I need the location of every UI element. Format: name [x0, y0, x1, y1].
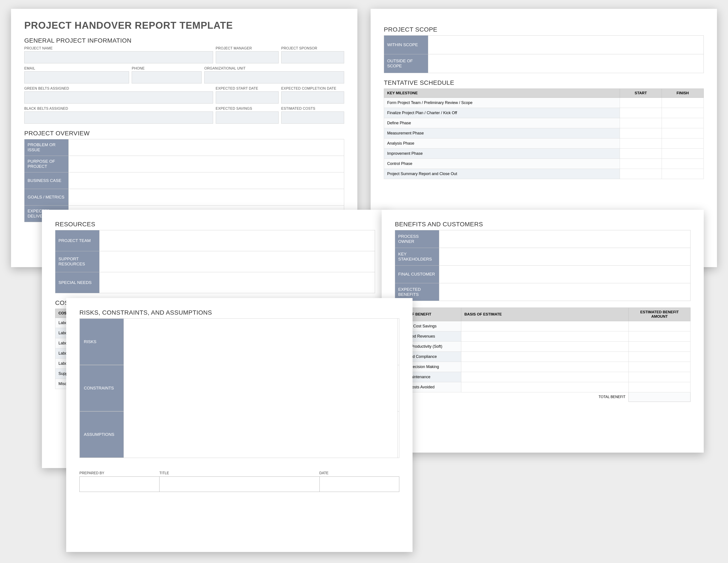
- schedule-finish[interactable]: [662, 98, 704, 108]
- resources-table: PROJECT TEAM SUPPORT RESOURCES SPECIAL N…: [55, 230, 375, 293]
- schedule-start[interactable]: [620, 98, 662, 108]
- benefit-basis-cell[interactable]: [461, 382, 629, 392]
- benefit-amount-cell[interactable]: [629, 382, 690, 392]
- page-4: BENEFITS AND CUSTOMERS PROCESS OWNER KEY…: [382, 210, 704, 453]
- risks-table: RISKS CONSTRAINTS ASSUMPTIONS: [79, 319, 399, 458]
- input-org-unit[interactable]: [204, 71, 344, 83]
- risks-row-value[interactable]: [398, 365, 399, 411]
- overview-row-value[interactable]: [69, 172, 344, 189]
- label-estimated-costs: ESTIMATED COSTS: [281, 107, 344, 111]
- section-overview: PROJECT OVERVIEW: [24, 130, 344, 137]
- label-org-unit: ORGANIZATIONAL UNIT: [204, 66, 344, 70]
- input-expected-savings[interactable]: [216, 111, 279, 124]
- benefit-amount-cell[interactable]: [629, 342, 690, 352]
- benefit-amount-cell[interactable]: [629, 332, 690, 342]
- benefits-table: PROCESS OWNER KEY STAKEHOLDERS FINAL CUS…: [395, 230, 690, 301]
- schedule-milestone: Form Project Team / Preliminary Review /…: [384, 98, 620, 108]
- schedule-start[interactable]: [620, 138, 662, 148]
- benefits-row-value[interactable]: [439, 248, 690, 265]
- overview-row-label: PURPOSE OF PROJECT: [24, 156, 69, 172]
- input-project-name[interactable]: [24, 51, 213, 63]
- risks-row-value[interactable]: [398, 319, 399, 365]
- scope-table: WITHIN SCOPE OUTSIDE OF SCOPE: [384, 35, 704, 73]
- schedule-finish[interactable]: [662, 108, 704, 118]
- sig-input-date[interactable]: [319, 477, 400, 492]
- label-black-belts: BLACK BELTS ASSIGNED: [24, 107, 213, 111]
- schedule-finish[interactable]: [662, 128, 704, 138]
- schedule-milestone: Measurement Phase: [384, 128, 620, 138]
- input-email[interactable]: [24, 71, 129, 83]
- overview-row-label: BUSINESS CASE: [24, 172, 69, 189]
- label-project-sponsor: PROJECT SPONSOR: [281, 46, 344, 50]
- input-project-manager[interactable]: [216, 51, 279, 63]
- scope-row-value[interactable]: [428, 54, 704, 73]
- input-black-belts[interactable]: [24, 111, 213, 124]
- main-title: PROJECT HANDOVER REPORT TEMPLATE: [24, 20, 344, 31]
- schedule-finish[interactable]: [662, 118, 704, 128]
- schedule-start[interactable]: [620, 148, 662, 159]
- overview-row-label: GOALS / METRICS: [24, 189, 69, 205]
- benefits-row-value[interactable]: [439, 283, 690, 301]
- schedule-start[interactable]: [620, 169, 662, 179]
- overview-row-value[interactable]: [69, 156, 344, 172]
- schedule-header: KEY MILESTONE: [384, 89, 620, 98]
- resources-row-value[interactable]: [99, 272, 375, 293]
- resources-row-label: SUPPORT RESOURCES: [55, 251, 99, 272]
- benefits-row-label: PROCESS OWNER: [395, 230, 439, 248]
- benefit-amount-cell[interactable]: [629, 321, 690, 332]
- sig-input-prepared-by[interactable]: [79, 477, 159, 492]
- label-phone: PHONE: [132, 66, 202, 70]
- schedule-header: FINISH: [662, 89, 704, 98]
- benefits-row-label: FINAL CUSTOMER: [395, 265, 439, 283]
- benefit-amount-cell[interactable]: [629, 352, 690, 362]
- benefit-basis-cell[interactable]: [461, 342, 629, 352]
- resources-row-value[interactable]: [99, 230, 375, 251]
- sig-label-prepared-by: PREPARED BY: [79, 471, 159, 475]
- scope-row-label: OUTSIDE OF SCOPE: [384, 54, 428, 73]
- schedule-start[interactable]: [620, 108, 662, 118]
- resources-row-label: SPECIAL NEEDS: [55, 272, 99, 293]
- section-general-info: GENERAL PROJECT INFORMATION: [24, 37, 344, 44]
- benefits-row-value[interactable]: [439, 230, 690, 248]
- schedule-finish[interactable]: [662, 159, 704, 169]
- benefit-header: BASIS OF ESTIMATE: [461, 308, 629, 321]
- input-phone[interactable]: [132, 71, 202, 83]
- benefit-amount-cell[interactable]: [629, 372, 690, 382]
- schedule-table: KEY MILESTONE START FINISH Form Project …: [384, 88, 704, 179]
- schedule-start[interactable]: [620, 118, 662, 128]
- sig-input-title[interactable]: [159, 477, 319, 492]
- input-project-sponsor[interactable]: [281, 51, 344, 63]
- schedule-start[interactable]: [620, 159, 662, 169]
- risks-row-value[interactable]: [398, 411, 399, 458]
- label-project-manager: PROJECT MANAGER: [216, 46, 279, 50]
- page-5: RISKS, CONSTRAINTS, AND ASSUMPTIONS RISK…: [66, 298, 413, 552]
- label-expected-start: EXPECTED START DATE: [216, 86, 279, 90]
- benefit-basis-cell[interactable]: [461, 352, 629, 362]
- schedule-milestone: Finalize Project Plan / Charter / Kick O…: [384, 108, 620, 118]
- benefit-basis-cell[interactable]: [461, 332, 629, 342]
- scope-row-label: WITHIN SCOPE: [384, 36, 428, 54]
- benefit-basis-cell[interactable]: [461, 372, 629, 382]
- risks-row-label: RISKS: [80, 319, 124, 365]
- input-expected-start[interactable]: [216, 91, 279, 103]
- schedule-finish[interactable]: [662, 138, 704, 148]
- total-benefit-value[interactable]: [629, 392, 690, 402]
- risks-row-label: ASSUMPTIONS: [80, 411, 124, 458]
- benefits-row-label: KEY STAKEHOLDERS: [395, 248, 439, 265]
- benefit-basis-cell[interactable]: [461, 362, 629, 372]
- schedule-start[interactable]: [620, 128, 662, 138]
- overview-row-value[interactable]: [69, 189, 344, 205]
- input-estimated-costs[interactable]: [281, 111, 344, 124]
- scope-row-value[interactable]: [428, 36, 704, 54]
- schedule-finish[interactable]: [662, 169, 704, 179]
- input-expected-completion[interactable]: [281, 91, 344, 103]
- overview-row-value[interactable]: [69, 139, 344, 156]
- benefits-row-value[interactable]: [439, 265, 690, 283]
- sig-label-date: DATE: [319, 471, 400, 475]
- benefit-basis-cell[interactable]: [461, 321, 629, 332]
- benefit-amount-cell[interactable]: [629, 362, 690, 372]
- schedule-finish[interactable]: [662, 148, 704, 159]
- label-green-belts: GREEN BELTS ASSIGNED: [24, 86, 213, 90]
- input-green-belts[interactable]: [24, 91, 213, 103]
- resources-row-value[interactable]: [99, 251, 375, 272]
